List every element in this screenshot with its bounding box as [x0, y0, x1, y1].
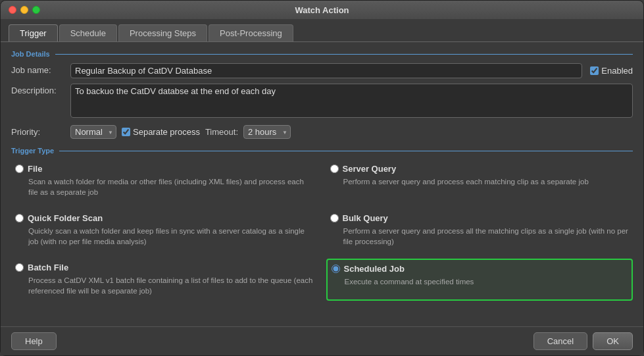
trigger-radio-quick-folder-scan[interactable] [15, 214, 24, 222]
traffic-lights [9, 6, 40, 14]
trigger-option-quick-folder-scan: Quick Folder Scan Quickly scan a watch f… [11, 209, 318, 251]
tab-post-processing[interactable]: Post-Processing [209, 24, 293, 41]
priority-select-wrapper: Low Normal High [70, 125, 116, 139]
minimize-button[interactable] [20, 6, 28, 14]
trigger-option-file: File Scan a watch folder for media or ot… [11, 160, 318, 201]
trigger-desc-file: Scan a watch folder for media or other f… [15, 176, 314, 197]
trigger-desc-bulk-query: Perform a server query and process all t… [330, 226, 630, 247]
job-details-header: Job Details [11, 50, 633, 58]
job-name-label: Job name: [11, 63, 70, 75]
trigger-option-scheduled-job: Scheduled Job Execute a command at speci… [326, 259, 633, 300]
watch-action-window: Watch Action Trigger Schedule Processing… [0, 0, 644, 356]
trigger-desc-quick-folder-scan: Quickly scan a watch folder and keep fil… [15, 226, 314, 247]
trigger-radio-server-query[interactable] [330, 165, 339, 173]
tab-bar: Trigger Schedule Processing Steps Post-P… [1, 19, 643, 41]
trigger-type-section: Trigger Type File Scan a watch folder fo… [11, 147, 633, 301]
trigger-radio-file[interactable] [15, 165, 24, 173]
titlebar: Watch Action [1, 1, 643, 19]
timeout-select-wrapper: 1 hour 2 hours 4 hours 8 hours [243, 125, 291, 139]
enabled-label[interactable]: Enabled [590, 66, 633, 76]
timeout-label: Timeout: [205, 127, 238, 137]
priority-label: Priority: [11, 125, 70, 137]
main-content: Trigger Schedule Processing Steps Post-P… [1, 19, 643, 355]
timeout-select[interactable]: 1 hour 2 hours 4 hours 8 hours [243, 125, 291, 139]
job-name-row: Job name: Enabled [11, 63, 633, 78]
footer-actions: Cancel OK [533, 332, 633, 350]
job-name-input[interactable] [70, 63, 582, 78]
tab-trigger[interactable]: Trigger [9, 24, 58, 41]
trigger-option-bulk-query: Bulk Query Perform a server query and pr… [326, 209, 633, 251]
priority-row: Priority: Low Normal High Separate proce… [11, 125, 633, 139]
trigger-radio-scheduled-job[interactable] [332, 265, 340, 273]
window-title: Watch Action [295, 5, 349, 15]
trigger-desc-scheduled-job: Execute a command at specified times [332, 276, 628, 287]
priority-select[interactable]: Low Normal High [70, 125, 116, 139]
tab-schedule[interactable]: Schedule [59, 24, 117, 41]
separate-process-label[interactable]: Separate process [122, 127, 200, 137]
ok-button[interactable]: OK [593, 332, 633, 350]
help-button[interactable]: Help [11, 332, 57, 350]
trigger-options-grid: File Scan a watch folder for media or ot… [11, 160, 633, 301]
trigger-option-server-query: Server Query Perform a server query and … [326, 160, 633, 201]
trigger-option-batch-file: Batch File Process a CatDV XML v1 batch … [11, 259, 318, 300]
description-input[interactable]: To backuo the CatDV databse at the end o… [70, 84, 633, 118]
trigger-desc-batch-file: Process a CatDV XML v1 batch file contai… [15, 275, 314, 296]
trigger-type-header: Trigger Type [11, 147, 633, 155]
trigger-desc-server-query: Perform a server query and process each … [330, 176, 630, 187]
description-label: Description: [11, 84, 70, 95]
close-button[interactable] [9, 6, 16, 14]
enabled-checkbox[interactable] [590, 66, 599, 75]
maximize-button[interactable] [32, 6, 40, 14]
footer: Help Cancel OK [1, 326, 643, 355]
tab-content-trigger: Job Details Job name: Enabled Descriptio… [1, 41, 643, 326]
separate-process-checkbox[interactable] [122, 128, 130, 136]
trigger-radio-bulk-query[interactable] [330, 214, 339, 222]
cancel-button[interactable]: Cancel [533, 332, 587, 350]
tab-processing-steps[interactable]: Processing Steps [118, 24, 207, 41]
description-row: Description: To backuo the CatDV databse… [11, 84, 633, 120]
trigger-radio-batch-file[interactable] [15, 263, 24, 272]
